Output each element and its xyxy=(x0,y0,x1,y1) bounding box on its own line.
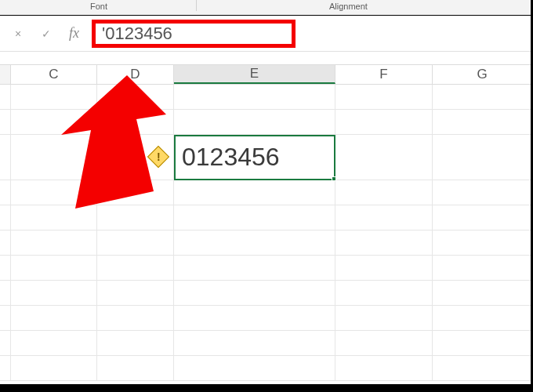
column-header-row: C D E F G xyxy=(0,64,533,85)
column-header-g[interactable]: G xyxy=(433,65,531,84)
select-all-corner[interactable] xyxy=(0,65,11,84)
formula-bar: × ✓ fx xyxy=(0,16,533,52)
spreadsheet-grid[interactable]: 0123456 ! xyxy=(0,85,533,381)
close-icon: × xyxy=(15,27,21,40)
column-header-d[interactable]: D xyxy=(97,65,174,84)
column-header-f[interactable]: F xyxy=(335,65,433,84)
column-header-e-active[interactable]: E xyxy=(174,65,335,84)
formula-input[interactable] xyxy=(102,24,285,44)
fx-button[interactable]: fx xyxy=(69,25,79,42)
spacer xyxy=(0,52,533,64)
annotation-highlight-box xyxy=(92,20,296,48)
check-icon: ✓ xyxy=(42,27,51,40)
column-header-c[interactable]: C xyxy=(11,65,97,84)
ribbon-group-label-font: Font xyxy=(90,2,107,11)
enter-button[interactable]: ✓ xyxy=(38,25,55,42)
ribbon-divider xyxy=(196,0,197,11)
cancel-button[interactable]: × xyxy=(9,25,27,42)
frame-border-bottom xyxy=(0,384,533,392)
ribbon-group-label-alignment: Alignment xyxy=(329,2,368,11)
ribbon-bottom-strip: Font Alignment xyxy=(0,0,533,16)
warning-icon: ! xyxy=(157,151,161,163)
